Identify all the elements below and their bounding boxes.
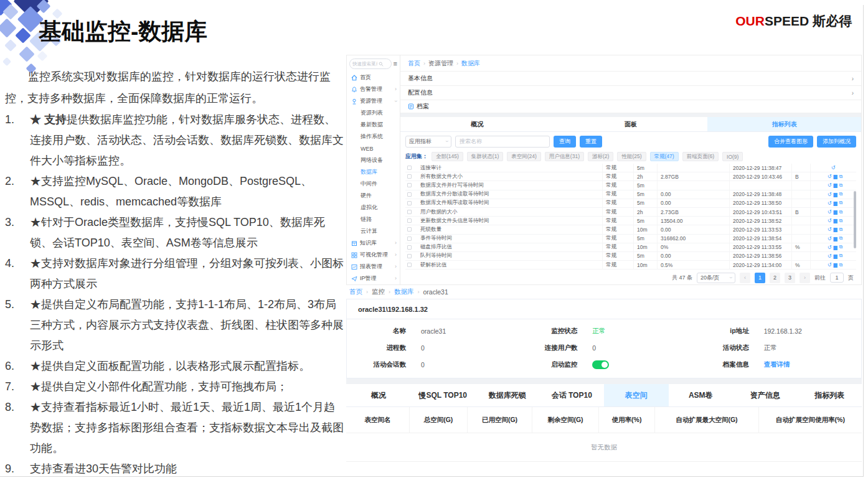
external-link-icon[interactable]: ⧉ [839, 218, 843, 224]
sidebar-subitem-database[interactable]: 数据库 [347, 166, 400, 178]
row-checkbox[interactable] [407, 237, 412, 241]
history-icon[interactable]: ↺ [828, 200, 832, 206]
external-link-icon[interactable]: ⧉ [839, 209, 843, 215]
tab-slow-sql-top10[interactable]: 慢SQL TOP10 [411, 384, 476, 406]
row-checkbox[interactable] [407, 166, 412, 170]
sidebar-subitem-link[interactable]: 链路 [347, 214, 400, 225]
history-icon[interactable]: ↺ [828, 174, 832, 179]
tab-metric-list[interactable]: 指标列表 [707, 117, 861, 131]
row-checkbox[interactable] [407, 227, 412, 232]
chart-icon[interactable]: ▆ [833, 245, 837, 250]
section-basic-info[interactable]: 基本信息› [400, 72, 861, 86]
chart-icon[interactable]: ▆ [833, 262, 837, 268]
row-checkbox[interactable] [407, 201, 412, 205]
breadcrumb-monitor[interactable]: 监控 [372, 288, 385, 296]
tab-metric-list[interactable]: 指标列表 [798, 384, 862, 406]
sidebar-subitem-os[interactable]: 操作系统 [347, 131, 400, 143]
menu-collapse-icon[interactable]: ≡ [394, 60, 397, 67]
page-1-button[interactable]: 1 [755, 273, 765, 283]
row-checkbox[interactable] [407, 218, 412, 223]
history-icon[interactable]: ↺ [828, 253, 832, 259]
tab-overview[interactable]: 概况 [400, 117, 554, 131]
sidebar-subitem-latest-data[interactable]: 最新数据 [347, 119, 400, 131]
chart-icon[interactable]: ▆ [833, 192, 837, 197]
history-icon[interactable]: ↺ [828, 236, 832, 242]
chip-io[interactable]: IO(9) [722, 152, 743, 161]
page-3-button[interactable]: 3 [785, 273, 795, 283]
chart-icon[interactable]: ▆ [833, 218, 837, 223]
quick-search-box[interactable] [349, 59, 392, 69]
metric-type-select[interactable]: 应用指标› [405, 136, 451, 148]
sidebar-item-report[interactable]: 报表管理› [347, 261, 400, 273]
sidebar-subitem-network[interactable]: 网络设备 [347, 154, 400, 166]
row-checkbox[interactable] [407, 183, 412, 187]
chip-tablespace[interactable]: 表空间(24) [507, 152, 541, 161]
view-details-link[interactable]: 查看详情 [764, 360, 790, 369]
sidebar-subitem-resource-list[interactable]: 资源列表 [347, 107, 400, 119]
prev-page-button[interactable]: ‹ [740, 273, 750, 283]
chart-icon[interactable]: ▆ [833, 209, 837, 215]
section-config-info[interactable]: 配置信息› [400, 86, 861, 100]
chip-performance[interactable]: 性能(25) [617, 152, 646, 161]
breadcrumb-resource[interactable]: 资源管理 [428, 59, 453, 68]
sidebar-subitem-cloud[interactable]: 云计算 [347, 225, 400, 237]
table-scrollbar[interactable] [854, 191, 856, 248]
sidebar-subitem-virtualization[interactable]: 虚拟化 [347, 202, 400, 214]
chip-frontend[interactable]: 前端页面(6) [682, 152, 719, 161]
external-link-icon[interactable]: ⧉ [839, 227, 843, 233]
history-icon[interactable]: ↺ [828, 245, 832, 250]
external-link-icon[interactable]: ⧉ [839, 200, 843, 206]
chart-icon[interactable]: ▆ [833, 174, 837, 179]
quick-search-input[interactable] [352, 61, 377, 67]
page-size-select[interactable]: 20条/页› [697, 273, 735, 283]
sidebar-item-ip[interactable]: IP管理› [347, 273, 400, 284]
page-2-button[interactable]: 2 [770, 273, 780, 283]
tab-tablespace[interactable]: 表空间 [604, 384, 669, 406]
chip-regular[interactable]: 常规(47) [650, 152, 679, 161]
chip-cursor[interactable]: 游标(2) [588, 152, 613, 161]
external-link-icon[interactable]: ⧉ [839, 253, 843, 259]
goto-page-input[interactable] [830, 273, 844, 283]
sidebar-subitem-web[interactable]: WEB [347, 143, 400, 154]
query-button[interactable]: 查询 [554, 136, 576, 148]
chip-cluster-status[interactable]: 集群状态(1) [467, 152, 503, 161]
chart-icon[interactable]: ▆ [833, 200, 837, 206]
history-icon[interactable]: ↺ [828, 262, 832, 268]
history-icon[interactable]: ↺ [828, 227, 832, 232]
chart-icon[interactable]: ▆ [833, 253, 837, 259]
sidebar-item-visualization[interactable]: 可视化管理› [347, 249, 400, 261]
next-page-button[interactable]: › [800, 273, 810, 283]
sidebar-item-resource[interactable]: 资源管理› [347, 95, 400, 107]
merge-view-button[interactable]: 合并查看图形 [768, 136, 813, 148]
row-checkbox[interactable] [407, 174, 412, 179]
external-link-icon[interactable]: ⧉ [839, 235, 843, 242]
reset-button[interactable]: 重置 [580, 136, 602, 148]
external-link-icon[interactable]: ⧉ [839, 182, 843, 189]
sidebar-item-alarm[interactable]: 告警管理› [347, 83, 400, 95]
tab-asset-info[interactable]: 资产信息 [733, 384, 798, 406]
row-checkbox[interactable] [407, 245, 412, 250]
row-checkbox[interactable] [407, 210, 412, 214]
chart-icon[interactable]: ▆ [833, 236, 837, 242]
monitor-toggle[interactable] [592, 360, 609, 369]
breadcrumb-database[interactable]: 数据库 [394, 288, 414, 296]
sidebar-item-knowledge[interactable]: 知识库› [347, 237, 400, 249]
history-icon[interactable]: ↺ [828, 209, 832, 215]
history-icon[interactable]: ↺ [828, 182, 832, 188]
row-checkbox[interactable] [407, 263, 412, 267]
sidebar-item-home[interactable]: 首页 [347, 72, 400, 83]
history-icon[interactable]: ↺ [828, 192, 832, 197]
tab-db-deadlock[interactable]: 数据库死锁 [475, 384, 540, 406]
chart-icon[interactable]: ▆ [833, 182, 837, 188]
history-icon[interactable]: ↺ [828, 218, 832, 223]
external-link-icon[interactable]: ⧉ [839, 191, 843, 197]
tab-session-top10[interactable]: 会话 TOP10 [540, 384, 605, 406]
chart-icon[interactable]: ▆ [833, 227, 837, 232]
history-icon[interactable]: ↺ [831, 165, 836, 171]
sidebar-subitem-hardware[interactable]: 硬件 [347, 190, 400, 202]
chip-user-info[interactable]: 用户信息(31) [545, 152, 584, 161]
row-checkbox[interactable] [407, 254, 412, 258]
tab-overview[interactable]: 概况 [346, 384, 411, 406]
breadcrumb-home[interactable]: 首页 [408, 59, 420, 68]
tab-asm-volume[interactable]: ASM卷 [669, 384, 734, 406]
